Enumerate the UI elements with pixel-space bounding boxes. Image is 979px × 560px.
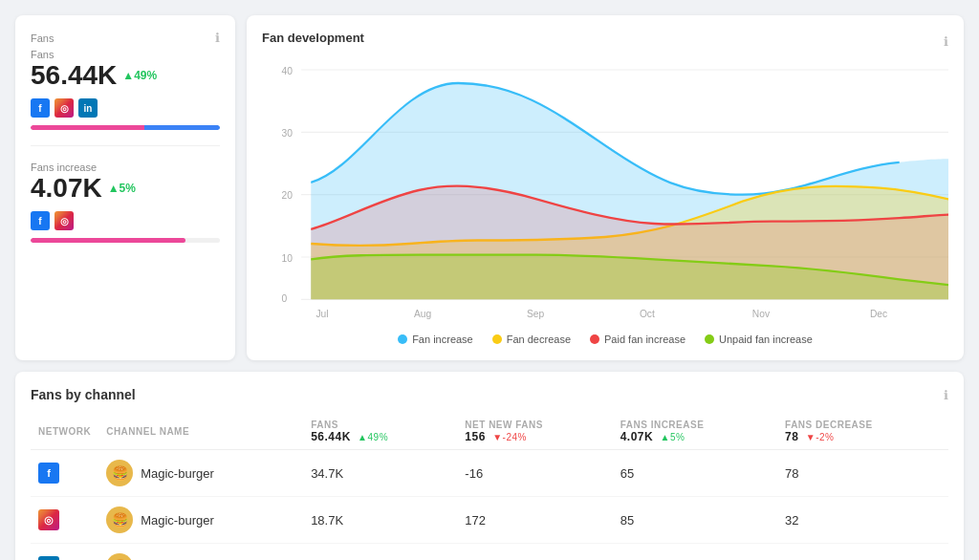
fans-label: Fans: [31, 49, 220, 60]
th-network: NETWORK: [31, 414, 98, 450]
legend-dot-fan-decrease: [492, 334, 502, 344]
fans-cell-0: 34.7K: [303, 450, 457, 497]
fans-increase-social-icons: f ◎: [31, 211, 220, 230]
y-label-30: 30: [282, 126, 293, 139]
net-new-fans-cell-0: -16: [457, 450, 612, 497]
x-label-aug: Aug: [414, 307, 431, 319]
fans-increase-cell-2: 43: [613, 544, 777, 561]
fans-decrease-badge: ▼-2%: [806, 432, 835, 442]
channel-avatar-2: 🍔: [106, 553, 133, 560]
chart-legend: Fan increase Fan decrease Paid fan incre…: [262, 334, 948, 345]
fan-dev-chart: 40 30 20 10 0 Jul Aug Sep Oct N: [262, 56, 948, 324]
fans-cell-1: 18.7K: [303, 497, 457, 544]
net-new-fans-badge: ▼-24%: [492, 432, 527, 442]
fan-dev-title: Fan development: [262, 31, 364, 45]
fans-table: NETWORK CHANNEL NAME FANS 56.44K ▲49% NE…: [31, 414, 948, 560]
fans-increase-badge: ▲5%: [661, 432, 685, 442]
fans-by-channel-header: Fans by channel ℹ: [31, 387, 948, 402]
legend-fan-decrease: Fan decrease: [492, 334, 571, 345]
y-label-40: 40: [282, 64, 293, 76]
fans-increase-label: Fans increase: [31, 162, 220, 173]
fans-value: 56.44K ▲49%: [31, 60, 220, 91]
fans-by-channel-card: Fans by channel ℹ NETWORK CHANNEL NAME F…: [15, 372, 964, 560]
x-label-nov: Nov: [752, 307, 771, 319]
legend-fan-increase: Fan increase: [398, 334, 473, 345]
x-label-oct: Oct: [640, 307, 655, 319]
network-cell-2: in: [31, 544, 98, 561]
top-row: Fans ℹ Fans 56.44K ▲49% f ◎ in: [15, 15, 964, 360]
channel-avatar-1: 🍔: [106, 506, 133, 533]
legend-unpaid-fan-increase: Unpaid fan increase: [705, 334, 813, 345]
fans-decrease-total: 78: [785, 430, 798, 443]
fans-section: Fans 56.44K ▲49% f ◎ in: [31, 49, 220, 146]
fans-increase-section: Fans increase 4.07K ▲5% f ◎: [31, 162, 220, 243]
instagram-icon[interactable]: ◎: [54, 98, 74, 118]
net-new-fans-total: 156: [465, 430, 486, 443]
row-fb-icon-0: f: [38, 463, 59, 484]
dashboard: Fans ℹ Fans 56.44K ▲49% f ◎ in: [15, 15, 964, 560]
channel-cell-1: 🍔 Magic-burger: [98, 497, 303, 544]
network-cell-1: ◎: [31, 497, 98, 544]
network-cell-0: f: [31, 450, 98, 497]
fans-progress-bar: [31, 125, 220, 130]
net-new-fans-cell-2: 92: [457, 544, 612, 561]
th-fans-decrease: FANS DECREASE 78 ▼-2%: [777, 414, 948, 450]
legend-dot-paid-fan-increase: [590, 334, 599, 344]
fans-cell-2: 3.1K: [303, 544, 457, 561]
x-label-dec: Dec: [870, 307, 888, 319]
legend-dot-unpaid-fan-increase: [705, 334, 714, 344]
fans-card-header: Fans ℹ: [31, 31, 220, 45]
th-fans-increase: FANS INCREASE 4.07K ▲5%: [613, 414, 777, 450]
y-label-0: 0: [282, 291, 288, 304]
fan-dev-info-icon[interactable]: ℹ: [944, 34, 948, 49]
fans-by-channel-info-icon[interactable]: ℹ: [944, 388, 948, 402]
linkedin-icon[interactable]: in: [78, 98, 98, 118]
th-fans: FANS 56.44K ▲49%: [303, 414, 457, 450]
facebook-icon-2[interactable]: f: [31, 211, 50, 230]
fans-increase-progress-fill: [31, 238, 185, 243]
facebook-icon[interactable]: f: [31, 98, 50, 118]
fans-decrease-cell-0: 78: [777, 450, 948, 497]
fans-increase-badge: ▲5%: [108, 182, 136, 195]
y-label-20: 20: [282, 189, 293, 202]
fans-increase-total: 4.07K: [620, 430, 654, 443]
th-net-new-fans: NET NEW FANS 156 ▼-24%: [457, 414, 612, 450]
x-label-jul: Jul: [315, 307, 328, 319]
fan-dev-header: Fan development ℹ: [262, 31, 948, 53]
fans-social-icons: f ◎ in: [31, 98, 220, 118]
legend-dot-fan-increase: [398, 334, 407, 344]
y-label-10: 10: [282, 251, 293, 264]
instagram-icon-2[interactable]: ◎: [54, 211, 74, 230]
x-label-sep: Sep: [527, 307, 544, 319]
row-li-icon-2: in: [38, 556, 59, 560]
th-channel: CHANNEL NAME: [98, 414, 303, 450]
fans-decrease-cell-1: 32: [777, 497, 948, 544]
net-new-fans-cell-1: 172: [457, 497, 612, 544]
fan-development-card: Fan development ℹ 40 30 20 10 0: [247, 15, 964, 360]
table-row: ◎ 🍔 Magic-burger 18.7K 172 85 32: [31, 497, 948, 544]
fans-decrease-cell-2: 21: [777, 544, 948, 561]
channel-cell-2: 🍔 Magic-burger: [98, 544, 303, 561]
channel-cell-0: 🍔 Magic-burger: [98, 450, 303, 497]
fans-increase-cell-0: 65: [613, 450, 777, 497]
fans-by-channel-title: Fans by channel: [31, 387, 136, 402]
fans-info-icon[interactable]: ℹ: [215, 31, 220, 45]
table-row: in 🍔 Magic-burger 3.1K 92 43 21: [31, 544, 948, 561]
fans-card: Fans ℹ Fans 56.44K ▲49% f ◎ in: [15, 15, 235, 360]
fans-increase-progress-bar: [31, 238, 220, 243]
table-row: f 🍔 Magic-burger 34.7K -16 65 78: [31, 450, 948, 497]
fans-increase-cell-1: 85: [613, 497, 777, 544]
row-ig-icon-1: ◎: [38, 509, 59, 530]
channel-avatar-0: 🍔: [106, 460, 133, 486]
fans-card-title: Fans: [31, 32, 54, 44]
table-header-row: NETWORK CHANNEL NAME FANS 56.44K ▲49% NE…: [31, 414, 948, 450]
fans-increase-value: 4.07K ▲5%: [31, 173, 220, 204]
fans-progress-fill: [31, 125, 220, 130]
fans-total: 56.44K: [311, 430, 351, 443]
legend-paid-fan-increase: Paid fan increase: [590, 334, 685, 345]
fans-badge: ▲49%: [122, 69, 157, 82]
fans-total-badge: ▲49%: [358, 432, 388, 442]
chart-svg: 40 30 20 10 0 Jul Aug Sep Oct N: [262, 56, 948, 324]
